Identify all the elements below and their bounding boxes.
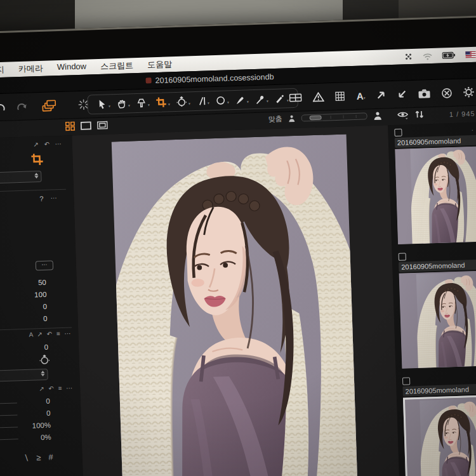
menu-camera[interactable]: 카메라 xyxy=(18,63,44,75)
zoom-out-person-icon[interactable] xyxy=(288,114,295,122)
sort-order-icon[interactable] xyxy=(414,109,425,119)
thumbnail-image[interactable] xyxy=(403,395,476,476)
slider-line[interactable] xyxy=(0,426,18,428)
adjust-value-field[interactable]: 100 xyxy=(34,291,47,299)
capture-one-window: 지 카메라 Window 스크립트 도움말 xyxy=(0,46,476,476)
browser-filmstrip: ····· 20160905momoland ····· 20160905mom… xyxy=(388,121,476,476)
thumbnail-header: ····· xyxy=(402,374,476,385)
thumbnail-item-selected[interactable]: ····· 20160905momoland xyxy=(402,374,476,476)
fit-label[interactable]: 맞춤 xyxy=(268,114,282,124)
undo-icon[interactable] xyxy=(0,102,6,113)
thumbnail-checkbox[interactable] xyxy=(402,377,410,385)
compare-icon[interactable]: ≥ xyxy=(36,453,49,463)
select-tool[interactable]: ▾ xyxy=(94,98,114,110)
zoom-in-person-icon[interactable] xyxy=(373,111,382,121)
flip-icon[interactable]: ∖ xyxy=(23,453,37,463)
zoom-slider[interactable] xyxy=(301,112,367,121)
workspace: ↗ ↶ ⋯ ? ⋯ ⋯ 50 100 0 0 A ↗ ↶ ≡ ⋯ 0 xyxy=(0,121,476,476)
loupe-tool[interactable]: ▾ xyxy=(133,97,154,109)
viewer-frame-icon[interactable] xyxy=(97,121,109,131)
menu-help[interactable]: 도움말 xyxy=(147,58,173,70)
cursor-tool-group: ▾ ▾ ▾ ▾ ▾ ▾ ▾ ▾ ▾ xyxy=(87,88,298,115)
app-extra-icon[interactable] xyxy=(404,52,413,60)
crop-panel-icon[interactable] xyxy=(30,153,44,166)
menu-window[interactable]: Window xyxy=(57,62,87,74)
draw-mask-tool[interactable]: ▾ xyxy=(232,94,253,105)
image-viewer xyxy=(72,125,400,476)
zoom-controls: 맞춤 xyxy=(268,109,425,124)
laptop-display: 지 카메라 Window 스크립트 도움말 xyxy=(0,15,476,476)
section-header-icons[interactable]: A ↗ ↶ ≡ ⋯ xyxy=(29,330,72,338)
single-view-icon[interactable] xyxy=(81,121,92,131)
thumbnail-image[interactable] xyxy=(399,270,476,369)
thumbnail-filename: 20160905momoland xyxy=(402,383,476,397)
view-mode-group xyxy=(65,121,109,131)
zoom-slider-knob[interactable] xyxy=(310,116,322,121)
thumbnail-image[interactable] xyxy=(395,146,476,244)
wifi-icon[interactable] xyxy=(422,51,432,60)
thumbnail-checkbox[interactable] xyxy=(394,128,402,136)
menu-image[interactable]: 지 xyxy=(0,64,4,76)
session-icon xyxy=(145,77,151,83)
thumbnail-item[interactable]: ····· 20160905momoland xyxy=(399,249,476,369)
session-title: 20160905momoland.cosessiondb xyxy=(155,72,274,85)
annotation-label: A xyxy=(356,90,363,101)
thumbnail-item[interactable]: ····· 20160905momoland xyxy=(394,125,476,244)
section-header-icons[interactable]: ↗ ↶ ≡ ⋯ xyxy=(39,385,74,393)
battery-charging-icon[interactable] xyxy=(442,51,456,60)
thumbnail-header: ····· xyxy=(394,125,476,136)
slider-value[interactable]: 0 xyxy=(46,397,50,405)
main-photo xyxy=(112,134,359,476)
slider-value[interactable]: 100% xyxy=(32,421,51,430)
menubar-status-area xyxy=(404,50,476,61)
cancel-circle-icon[interactable] xyxy=(441,88,453,99)
pick-color-tool[interactable]: ▾ xyxy=(252,93,272,105)
help-button[interactable]: ? xyxy=(39,195,44,202)
copy-adjustments-icon[interactable] xyxy=(42,99,59,112)
slider-line[interactable] xyxy=(0,402,17,404)
thumbnail-checkbox[interactable] xyxy=(399,253,406,260)
settings-gear-icon[interactable] xyxy=(463,86,475,98)
exposure-evaluation-icon[interactable] xyxy=(289,93,303,103)
adjust-value-field[interactable]: 50 xyxy=(38,279,46,286)
aspect-ratio-select[interactable] xyxy=(0,171,42,184)
rotation-dial-icon[interactable] xyxy=(39,355,50,366)
slider-value[interactable]: 0% xyxy=(41,433,51,442)
thumbnail-filename: 20160905momoland xyxy=(395,135,476,148)
more-options-button[interactable]: ⋯ xyxy=(36,260,53,270)
camera-capture-icon[interactable] xyxy=(418,88,431,99)
slider-line[interactable] xyxy=(0,414,18,416)
thumbnail-header: ····· xyxy=(399,249,476,261)
slider-line[interactable] xyxy=(0,439,18,440)
redo-icon[interactable] xyxy=(16,101,28,112)
pan-tool[interactable]: ▾ xyxy=(114,98,134,109)
grid-view-icon[interactable] xyxy=(65,121,76,131)
image-counter: 1 / 945 xyxy=(449,110,475,118)
thumbnail-filename: 20160905momoland xyxy=(399,259,476,272)
section-a-label: A xyxy=(29,331,34,338)
panel-header-icons[interactable]: ↗ ↶ ⋯ xyxy=(33,140,63,149)
proof-eye-icon[interactable] xyxy=(397,110,408,120)
adjust-value-field[interactable]: 0 xyxy=(43,303,47,310)
export-arrow-icon[interactable] xyxy=(376,89,387,100)
grid-overlay-icon[interactable] xyxy=(334,91,346,102)
crop-tool[interactable]: ▾ xyxy=(153,96,174,108)
input-language-flag-icon[interactable] xyxy=(465,51,475,58)
rating-dots[interactable]: ····· xyxy=(472,126,476,133)
footer-icons[interactable]: ∖≥# xyxy=(23,452,61,463)
rotation-select[interactable] xyxy=(0,369,48,382)
adjustments-sidebar: ↗ ↶ ⋯ ? ⋯ ⋯ 50 100 0 0 A ↗ ↶ ≡ ⋯ 0 xyxy=(0,135,84,476)
annotation-tool[interactable]: A▾ xyxy=(356,90,365,101)
rotation-value-field[interactable]: 0 xyxy=(44,343,48,351)
adjust-value-field[interactable]: 0 xyxy=(43,315,48,322)
straighten-tool[interactable]: ▾ xyxy=(194,95,213,107)
exposure-warning-icon[interactable] xyxy=(312,92,324,103)
grid-small-icon[interactable]: # xyxy=(48,452,61,462)
divider xyxy=(0,189,66,192)
spot-removal-tool[interactable]: ▾ xyxy=(213,95,233,106)
panel-more-icon[interactable]: ⋯ xyxy=(50,194,58,201)
import-arrow-icon[interactable] xyxy=(397,89,407,100)
rotate-tool[interactable]: ▾ xyxy=(173,96,194,107)
menu-scripts[interactable]: 스크립트 xyxy=(100,60,134,72)
slider-value[interactable]: 0 xyxy=(46,409,51,417)
